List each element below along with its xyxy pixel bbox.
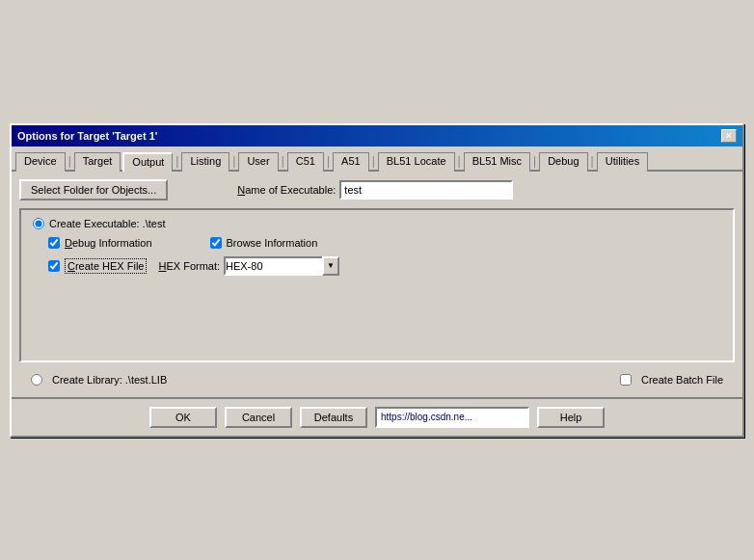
defaults-button[interactable]: Defaults [300, 407, 367, 428]
create-library-label: Create Library: .\test.LIB [52, 374, 167, 386]
name-executable-label: Name of Executable: [237, 184, 336, 196]
hex-row: Create HEX File HEX Format: HEX-80 HEX-3… [48, 256, 721, 276]
close-button[interactable]: ✕ [721, 129, 737, 143]
create-batch-label: Create Batch File [641, 374, 723, 386]
tab-debug[interactable]: Debug [539, 152, 587, 172]
create-executable-row: Create Executable: .\test [33, 218, 721, 229]
footer: OK Cancel Defaults https://blog.csdn.ne.… [12, 397, 742, 436]
tab-target[interactable]: Target [74, 152, 121, 172]
debug-info-label: Debug Information [65, 237, 152, 249]
tab-bl51-locate[interactable]: BL51 Locate [378, 152, 455, 172]
tab-bl51-misc[interactable]: BL51 Misc [464, 152, 530, 172]
create-batch-checkbox[interactable] [620, 374, 632, 386]
create-executable-label: Create Executable: .\test [49, 218, 165, 229]
create-library-row: Create Library: .\test.LIB [31, 374, 167, 386]
tab-bar: Device | Target Output | Listing | User … [12, 147, 742, 172]
hex-format-select[interactable]: HEX-80 HEX-386 [224, 256, 339, 276]
name-executable-input[interactable] [339, 180, 513, 200]
help-button[interactable]: Help [537, 407, 605, 428]
browse-info-label: Browse Information [227, 237, 318, 249]
url-display: https://blog.csdn.ne... [375, 407, 529, 428]
tab-listing[interactable]: Listing [181, 152, 229, 172]
select-folder-button[interactable]: Select Folder for Objects... [19, 179, 168, 200]
title-bar: Options for Target 'Target 1' ✕ [12, 125, 742, 147]
top-row: Select Folder for Objects... Name of Exe… [19, 179, 735, 200]
name-executable-row: Name of Executable: [237, 180, 513, 200]
debug-info-checkbox[interactable] [48, 237, 60, 249]
cancel-button[interactable]: Cancel [225, 407, 292, 428]
tab-device[interactable]: Device [15, 152, 66, 172]
create-hex-label: Create HEX File [65, 258, 147, 274]
bottom-section: Create Library: .\test.LIB Create Batch … [19, 370, 735, 389]
hex-format-label: HEX Format: [158, 260, 220, 272]
tab-a51[interactable]: A51 [333, 152, 369, 172]
tab-c51[interactable]: C51 [287, 152, 324, 172]
create-library-radio[interactable] [31, 374, 42, 386]
ok-button[interactable]: OK [149, 407, 217, 428]
info-row: Debug Information Browse Information [48, 237, 721, 249]
main-window: Options for Target 'Target 1' ✕ Device |… [10, 123, 744, 438]
hex-format-select-wrapper: HEX-80 HEX-386 ▼ [224, 256, 339, 276]
tab-output[interactable]: Output [122, 152, 173, 172]
tab-utilities[interactable]: Utilities [597, 152, 648, 172]
title-bar-controls: ✕ [721, 129, 737, 143]
browse-info-checkbox[interactable] [210, 237, 222, 249]
browse-info-row: Browse Information [210, 237, 318, 249]
create-executable-radio[interactable] [33, 218, 44, 229]
tab-user[interactable]: User [238, 152, 278, 172]
content-area: Select Folder for Objects... Name of Exe… [12, 172, 742, 397]
debug-info-row: Debug Information [48, 237, 152, 249]
create-batch-row: Create Batch File [620, 374, 723, 386]
output-group-panel: Create Executable: .\test Debug Informat… [19, 208, 735, 362]
create-hex-checkbox[interactable] [48, 260, 60, 272]
window-title: Options for Target 'Target 1' [17, 130, 157, 142]
